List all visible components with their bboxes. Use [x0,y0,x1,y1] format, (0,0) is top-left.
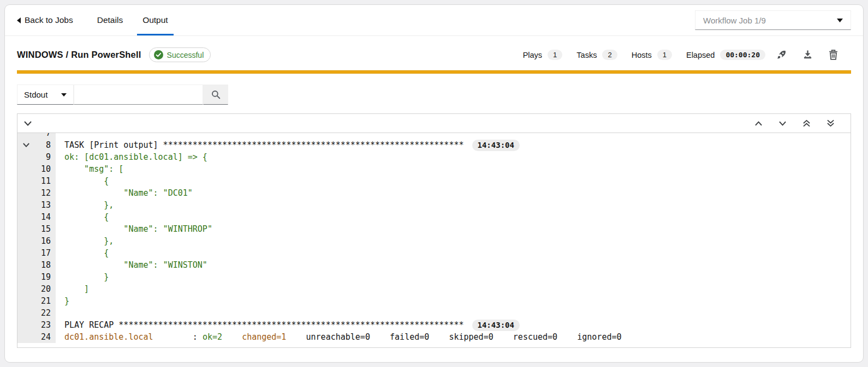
line-segment: }, [64,236,114,246]
line-content: ] [56,283,89,295]
line-segment [370,332,390,342]
chevron-down-icon [779,121,786,126]
console-line: 21} [17,295,851,307]
rocket-icon [776,50,787,60]
line-segment: "Name": "WINTHROP" [64,224,212,234]
workflow-job-select[interactable]: Workflow Job 1/9 [695,10,851,30]
console-line: 17 { [17,247,851,259]
search-filter-select[interactable]: Stdout [17,85,74,105]
console-line: 18 "Name": "WINSTON" [17,259,851,271]
chevron-down-icon [837,19,843,22]
line-expand-cell [17,163,35,175]
double-chevron-down-icon [827,119,834,127]
line-segment: { [64,176,109,186]
console-line: 22 [17,307,851,319]
elapsed-stat: Elapsed 00:00:20 [686,50,765,60]
line-number: 11 [35,175,56,187]
line-segment: unreachable=0 [306,332,370,342]
line-number: 8 [35,139,56,151]
console-toolbar [17,114,851,133]
line-segment [222,332,242,342]
back-to-jobs-label: Back to Jobs [25,15,73,25]
line-content: "Name": "WINTHROP" [56,223,212,235]
console-line: 9ok: [dc01.ansible.local] => { [17,151,851,163]
console-body: 78TASK [Print output] ******************… [17,133,851,347]
workflow-job-select-value: Workflow Job 1/9 [703,16,766,25]
double-chevron-up-icon [803,119,810,127]
scroll-to-bottom-button[interactable] [827,119,834,127]
expand-collapse-all-button[interactable] [24,121,32,126]
line-segment: : [153,332,203,342]
tab-details[interactable]: Details [92,5,128,35]
line-content: { [56,211,109,223]
stat-label: Tasks [576,51,597,59]
line-content: PLAY RECAP *****************************… [56,319,520,331]
status-badge: Successful [149,47,211,62]
line-segment [429,332,449,342]
line-expand-cell [17,319,35,331]
line-number: 18 [35,259,56,271]
chevron-down-icon [24,121,32,126]
search-button[interactable] [203,85,228,105]
console-line: 11 { [17,175,851,187]
line-expand-cell [17,199,35,211]
chevron-up-icon [755,121,762,126]
line-expand-cell [17,271,35,283]
timestamp-badge: 14:43:04 [472,320,520,331]
line-number: 10 [35,163,56,175]
line-segment: dc01.ansible.local [64,332,153,342]
line-expand-cell [17,235,35,247]
back-to-jobs-link[interactable]: Back to Jobs [17,5,73,35]
scroll-to-top-button[interactable] [803,119,810,127]
line-segment [494,332,513,342]
line-segment: TASK [Print output] ********************… [64,140,464,150]
line-expand-cell [17,247,35,259]
scroll-next-button[interactable] [779,121,786,126]
line-number: 17 [35,247,56,259]
line-expand-cell [17,211,35,223]
line-segment: "Name": "DC01" [64,188,193,198]
line-number: 24 [35,331,56,343]
line-number: 22 [35,307,56,319]
job-status-divider [17,70,851,74]
download-icon [803,50,812,60]
line-number: 15 [35,223,56,235]
line-content: "Name": "DC01" [56,187,193,199]
line-expand-cell [17,187,35,199]
job-title: WINDOWS / Run PowerShell [17,50,141,60]
scroll-previous-button[interactable] [755,121,762,126]
line-segment: failed=0 [390,332,429,342]
line-segment: { [64,212,109,222]
line-number: 23 [35,319,56,331]
check-circle-icon [154,50,163,59]
line-expand-cell [17,283,35,295]
status-badge-label: Successful [167,51,204,59]
line-expand-toggle[interactable] [17,139,35,151]
search-input[interactable] [74,85,203,105]
job-stats: Plays1Tasks2Hosts1 Elapsed 00:00:20 [523,50,765,60]
console-line: 7 [17,133,851,139]
console-line: 15 "Name": "WINTHROP" [17,223,851,235]
line-segment: { [64,248,109,258]
line-number: 14 [35,211,56,223]
search-icon [211,90,221,99]
tab-output[interactable]: Output [137,5,174,35]
line-content: } [56,271,109,283]
line-content: }, [56,235,114,247]
download-button[interactable] [803,50,812,60]
line-content: } [56,295,69,307]
tab-output-label: Output [142,15,168,25]
line-segment: ignored=0 [577,332,621,342]
line-expand-cell [17,151,35,163]
elapsed-label: Elapsed [686,51,715,59]
relaunch-button[interactable] [776,50,787,60]
job-actions [776,50,838,60]
line-expand-cell [17,259,35,271]
line-number: 13 [35,199,56,211]
line-segment: } [64,296,69,306]
delete-button[interactable] [829,50,838,60]
line-content: ok: [dc01.ansible.local] => { [56,151,207,163]
elapsed-value: 00:00:20 [720,50,765,60]
stdout-console: 78TASK [Print output] ******************… [17,113,851,348]
line-segment: } [64,272,109,282]
